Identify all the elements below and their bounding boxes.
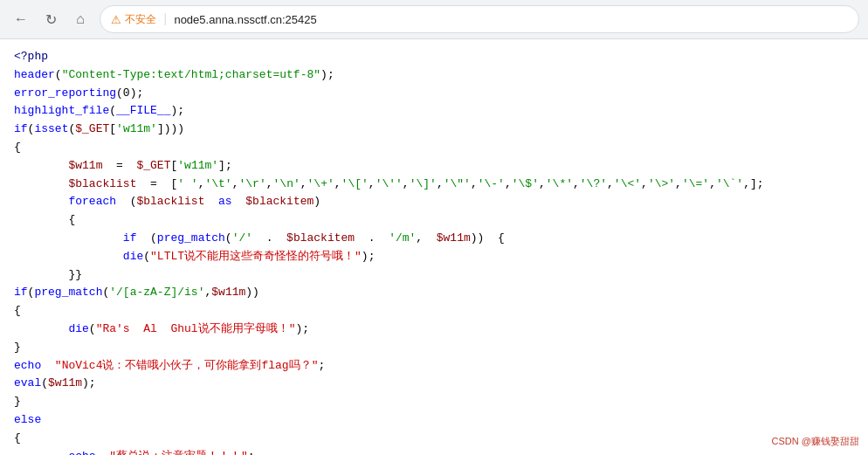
address-bar[interactable]: ⚠ 不安全 | node5.anna.nssctf.cn:25425 bbox=[100, 5, 859, 33]
code-line-1: <?php bbox=[14, 48, 854, 66]
code-line-6: { bbox=[14, 139, 854, 157]
code-line-15: { bbox=[14, 302, 854, 321]
code-line-17: } bbox=[14, 339, 854, 357]
code-line-8: $blacklist = [' ','\t','\r','\n','\+','\… bbox=[14, 176, 854, 194]
code-line-20: } bbox=[14, 393, 854, 411]
code-line-9: foreach ($blacklist as $blackitem) bbox=[14, 193, 854, 211]
back-button[interactable]: ← bbox=[9, 7, 33, 31]
browser-toolbar: ← ↻ ⌂ ⚠ 不安全 | node5.anna.nssctf.cn:25425 bbox=[0, 0, 868, 39]
reload-button[interactable]: ↻ bbox=[38, 7, 63, 31]
code-line-19: eval($w11m); bbox=[14, 375, 854, 393]
code-line-11: if (preg_match('/' . $blackitem . '/m', … bbox=[14, 230, 854, 248]
code-line-21: else bbox=[14, 411, 854, 430]
code-line-3: error_reporting(0); bbox=[14, 85, 854, 103]
nav-buttons: ← ↻ ⌂ bbox=[9, 7, 93, 31]
code-line-16: die("Ra's Al Ghul说不能用字母哦！"); bbox=[14, 321, 854, 339]
warning-icon: ⚠ bbox=[111, 13, 121, 26]
address-divider: | bbox=[162, 12, 169, 26]
code-line-2: header("Content-Type:text/html;charset=u… bbox=[14, 66, 854, 85]
home-button[interactable]: ⌂ bbox=[68, 7, 93, 31]
code-line-10: { bbox=[14, 211, 854, 230]
code-line-13: }} bbox=[14, 266, 854, 285]
browser-window: ← ↻ ⌂ ⚠ 不安全 | node5.anna.nssctf.cn:25425… bbox=[0, 0, 868, 455]
code-line-4: highlight_file(__FILE__); bbox=[14, 102, 854, 121]
code-line-12: die("LTLT说不能用这些奇奇怪怪的符号哦！"); bbox=[14, 248, 854, 266]
code-line-18: echo "NoVic4说：不错哦小伙子，可你能拿到flag吗？"; bbox=[14, 357, 854, 376]
code-line-23: echo "蔡总说：注意审题！！！"; bbox=[14, 448, 854, 455]
code-line-14: if(preg_match('/[a-zA-Z]/is',$w11m)) bbox=[14, 284, 854, 302]
security-text: 不安全 bbox=[125, 12, 156, 27]
watermark: CSDN @赚钱娶甜甜 bbox=[772, 435, 859, 448]
security-warning: ⚠ 不安全 bbox=[111, 12, 156, 27]
code-line-22: { bbox=[14, 430, 854, 448]
url-display: node5.anna.nssctf.cn:25425 bbox=[174, 13, 316, 26]
code-line-7: $w11m = $_GET['w11m']; bbox=[14, 157, 854, 176]
code-content: <?php header("Content-Type:text/html;cha… bbox=[0, 39, 868, 455]
code-line-5: if(isset($_GET['w11m']))) bbox=[14, 121, 854, 139]
